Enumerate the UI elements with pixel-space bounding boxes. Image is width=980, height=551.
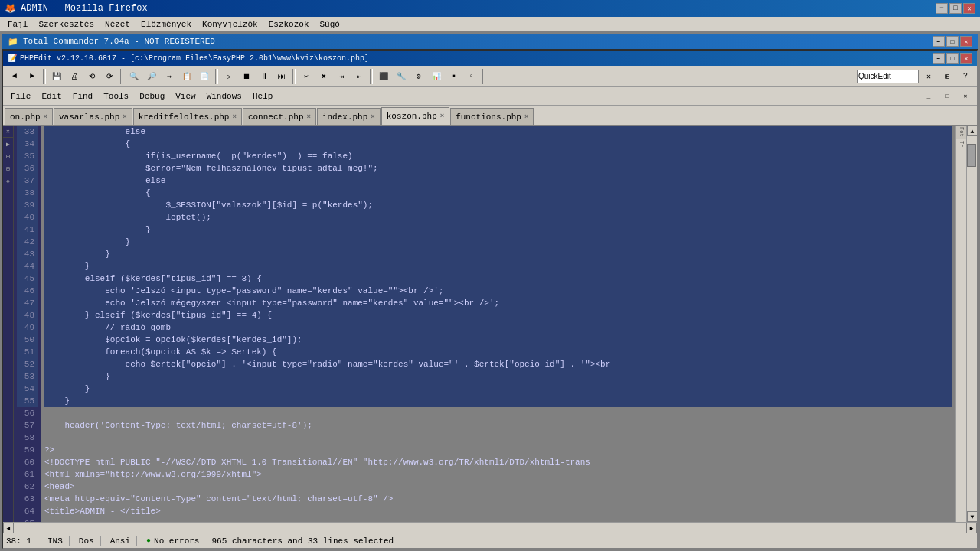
pe-minimize[interactable]: _	[920, 88, 937, 105]
line-number: 34	[17, 138, 38, 150]
tb-b12[interactable]: ✂	[298, 68, 315, 85]
browser-close[interactable]: ✕	[963, 3, 975, 14]
tb-b1[interactable]: ⟲	[83, 68, 100, 85]
tc-maximize[interactable]: □	[946, 36, 959, 47]
pe-restore[interactable]: ✕	[957, 88, 974, 105]
tb-b8[interactable]: ▷	[220, 68, 237, 85]
menu-help[interactable]: Súgó	[315, 19, 345, 30]
tab-connect-close[interactable]: ×	[307, 113, 311, 121]
tb-b17[interactable]: 🔧	[393, 68, 410, 85]
browser-maximize[interactable]: □	[949, 3, 962, 14]
gutter-icon2[interactable]: ⊞	[3, 150, 13, 162]
code-line: if(is_username( p("kerdes") ) == false)	[44, 150, 952, 162]
scrollbar-vertical[interactable]: ▲ ▼	[966, 126, 977, 522]
tab-index-close[interactable]: ×	[371, 113, 374, 121]
tb-search-clear[interactable]: ✕	[920, 68, 937, 85]
tab-index-php[interactable]: index.php ×	[317, 108, 381, 125]
gutter-icon1[interactable]: ▶	[3, 138, 13, 150]
sidebar-codeexp[interactable]: Fot	[956, 126, 966, 139]
tab-kredit-close[interactable]: ×	[232, 113, 236, 121]
gutter-icon3[interactable]: ⊟	[3, 162, 13, 174]
pe-menu-view[interactable]: View	[171, 91, 200, 102]
tb-b10[interactable]: ⏸	[256, 68, 273, 85]
code-area[interactable]: else { if(is_username( p("kerdes") ) == …	[41, 126, 956, 522]
pe-menu-help[interactable]: Help	[248, 91, 277, 102]
tb-b3[interactable]: 🔍	[126, 68, 142, 85]
code-line: echo 'Jelszó mégegyszer <input type="pas…	[44, 297, 952, 309]
sidebar-label2[interactable]: Tr	[956, 139, 966, 148]
tab-on-php-close[interactable]: ×	[44, 113, 47, 121]
pe-menu-windows[interactable]: Windows	[202, 91, 247, 102]
gutter-icon4[interactable]: ◈	[3, 174, 13, 187]
tab-koszon-php[interactable]: koszon.php ×	[381, 107, 449, 125]
menu-history[interactable]: Előzmények	[136, 19, 196, 30]
pe-maximize[interactable]: □	[939, 88, 956, 105]
line-number: 43	[17, 248, 38, 260]
menu-tools[interactable]: Eszközök	[264, 19, 314, 30]
pe-menu-file[interactable]: File	[6, 91, 35, 102]
firefox-menu-bar: Fájl Szerkesztés Nézet Előzmények Könyvj…	[0, 17, 980, 32]
pe-menu-tools[interactable]: Tools	[99, 91, 133, 102]
tb-fwd[interactable]: ►	[24, 68, 41, 85]
browser-title-bar: 🦊 ADMIN — Mozilla Firefox − □ ✕	[0, 0, 980, 17]
tab-vasarlas-php[interactable]: vasarlas.php ×	[54, 108, 132, 125]
line-number: 49	[17, 321, 38, 334]
tc-close[interactable]: ✕	[960, 36, 972, 47]
tb-b16[interactable]: ⬛	[375, 68, 392, 85]
quickedit-input[interactable]	[858, 70, 919, 83]
scroll-up-btn[interactable]: ▲	[967, 126, 977, 136]
tab-kredit-php[interactable]: kreditfeloltes.php ×	[133, 108, 242, 125]
menu-bookmarks[interactable]: Könyvjelzők	[198, 19, 263, 30]
code-line: }	[44, 236, 952, 248]
phpedit-close[interactable]: ✕	[960, 53, 972, 64]
scroll-right-btn[interactable]: ►	[966, 523, 977, 533]
tb-b2[interactable]: ⟳	[101, 68, 118, 85]
tab-connect-php[interactable]: connect.php ×	[243, 108, 316, 125]
tb-b15[interactable]: ⇤	[351, 68, 368, 85]
tb-save[interactable]: 💾	[48, 68, 65, 85]
tb-back[interactable]: ◄	[6, 68, 23, 85]
scroll-track-v[interactable]	[967, 136, 977, 511]
scroll-left-btn[interactable]: ◄	[3, 523, 14, 533]
tc-title: Total Commander 7.04a - NOT REGISTERED	[23, 37, 215, 46]
tab-on-php[interactable]: on.php ×	[5, 108, 53, 125]
menu-view[interactable]: Nézet	[100, 19, 135, 30]
tb-b5[interactable]: ⇒	[161, 68, 178, 85]
tab-functions-close[interactable]: ×	[524, 113, 528, 121]
tb-b9[interactable]: ⏹	[238, 68, 255, 85]
tb-b13[interactable]: ✖	[315, 68, 332, 85]
tb-b14[interactable]: ⇥	[333, 68, 350, 85]
tab-koszon-close[interactable]: ×	[440, 112, 444, 120]
tab-functions-php[interactable]: functions.php ×	[450, 108, 534, 125]
gutter-close[interactable]: ✕	[3, 126, 13, 138]
tb-b21[interactable]: ▫	[463, 68, 480, 85]
browser-win-controls[interactable]: − □ ✕	[936, 3, 975, 14]
tb-b4[interactable]: 🔎	[143, 68, 160, 85]
pe-menu-edit[interactable]: Edit	[37, 91, 66, 102]
tc-minimize[interactable]: −	[933, 36, 945, 47]
scroll-thumb-v[interactable]	[967, 144, 976, 167]
tab-vasarlas-close[interactable]: ×	[122, 113, 126, 121]
tb-b19[interactable]: 📊	[428, 68, 445, 85]
code-line: }	[44, 223, 952, 236]
phpedit-minimize[interactable]: −	[933, 53, 945, 64]
tb-b7[interactable]: 📄	[196, 68, 213, 85]
code-line: foreach($opciok AS $k => $ertek) {	[44, 346, 952, 358]
pe-menu-find[interactable]: Find	[68, 91, 97, 102]
phpedit-maximize[interactable]: □	[946, 53, 959, 64]
menu-file[interactable]: Fájl	[3, 19, 32, 30]
tb-b11[interactable]: ⏭	[273, 68, 290, 85]
scroll-down-btn[interactable]: ▼	[967, 511, 977, 522]
code-line: <title>ADMIN - </title>	[44, 505, 952, 517]
tb-help[interactable]: ?	[957, 68, 974, 85]
pe-menu-debug[interactable]: Debug	[135, 91, 169, 102]
tb-print[interactable]: 🖨	[66, 68, 83, 85]
menu-edit[interactable]: Szerkesztés	[34, 19, 99, 30]
scroll-track-h[interactable]	[14, 523, 966, 533]
code-line: }	[44, 370, 952, 383]
tb-search-go[interactable]: ⊞	[939, 68, 956, 85]
tb-b18[interactable]: ⚙	[410, 68, 427, 85]
tb-b6[interactable]: 📋	[178, 68, 195, 85]
tb-b20[interactable]: ▪	[446, 68, 462, 85]
browser-minimize[interactable]: −	[936, 3, 948, 14]
